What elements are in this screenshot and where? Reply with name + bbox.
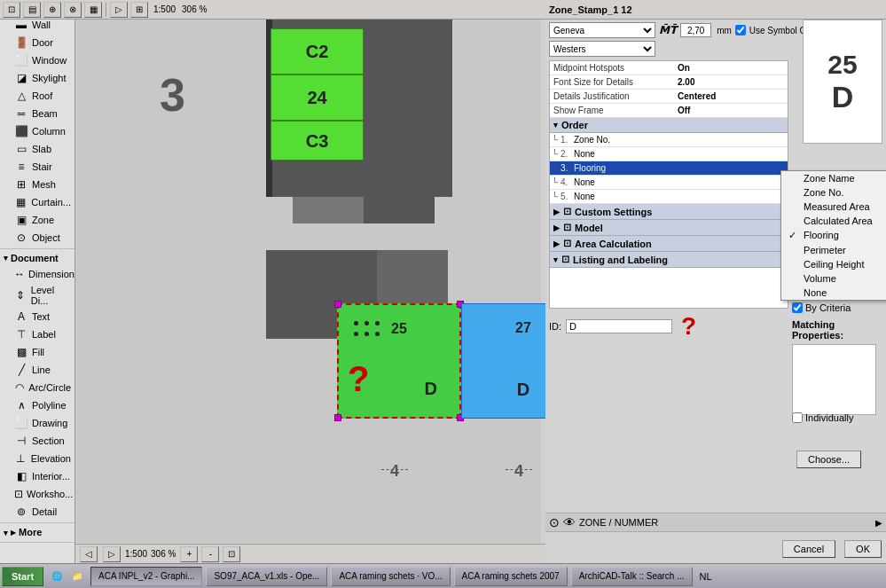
taskbar-item-0[interactable]: ACA INPL_v2 - Graphi... bbox=[90, 567, 202, 586]
individually-checkbox[interactable] bbox=[792, 412, 803, 423]
val-5: None bbox=[574, 192, 786, 201]
scale-nav-2[interactable]: ▷ bbox=[103, 546, 121, 562]
tb-btn-5[interactable]: ▦ bbox=[84, 2, 102, 18]
mesh-icon: ⊞ bbox=[14, 177, 28, 192]
id-input[interactable] bbox=[566, 319, 672, 333]
ctx-flooring[interactable]: ✓ Flooring bbox=[781, 228, 886, 243]
ctx-calculated-area[interactable]: Calculated Area bbox=[781, 214, 886, 228]
sidebar-item-detail[interactable]: ⊚ Detail bbox=[0, 503, 74, 521]
prop-justification-label: Details Justification bbox=[553, 90, 678, 102]
sidebar-item-mesh[interactable]: ⊞ Mesh bbox=[0, 176, 74, 193]
sidebar-item-stair[interactable]: ≡ Stair bbox=[0, 158, 74, 176]
ctx-measured-area[interactable]: Measured Area bbox=[781, 200, 886, 214]
sidebar-item-beam[interactable]: ═ Beam bbox=[0, 105, 74, 122]
handle-bl[interactable] bbox=[334, 414, 341, 421]
ctx-zone-name[interactable]: Zone Name bbox=[781, 171, 886, 185]
tb-btn-1[interactable]: ⊡ bbox=[3, 2, 20, 18]
sidebar-item-roof[interactable]: △ Roof bbox=[0, 87, 74, 105]
model-icon: ⊡ bbox=[563, 222, 571, 233]
tb-btn-6[interactable]: ▷ bbox=[110, 2, 128, 18]
fit-btn[interactable]: ⊡ bbox=[223, 546, 240, 562]
sidebar-item-window[interactable]: ⬜ Window bbox=[0, 51, 74, 69]
order-item-1: └ 1. Zone No. bbox=[550, 133, 788, 147]
start-button[interactable]: Start bbox=[2, 567, 43, 586]
level-dim-icon: ⇕ bbox=[14, 288, 27, 302]
sidebar-item-text[interactable]: A Text bbox=[0, 308, 74, 325]
font-dropdown[interactable]: Geneva bbox=[549, 22, 655, 38]
listing-header[interactable]: ▾ ⊡ Listing and Labeling bbox=[550, 252, 788, 268]
ctx-none[interactable]: None bbox=[781, 286, 886, 300]
choose-button[interactable]: Choose... bbox=[796, 451, 861, 468]
sidebar-item-worksho[interactable]: ⊡ Worksho... bbox=[0, 485, 74, 503]
sidebar-item-zone[interactable]: ▣ Zone bbox=[0, 211, 74, 229]
ctx-label-measured: Measured Area bbox=[804, 201, 870, 212]
area-calc-header[interactable]: ▶ ⊡ Area Calculation bbox=[550, 236, 788, 252]
text-icon: A bbox=[14, 310, 28, 324]
zone-25-container[interactable]: 25 ? D bbox=[337, 303, 461, 419]
sidebar-item-object[interactable]: ⊙ Object bbox=[0, 229, 74, 247]
order-item-3[interactable]: └ 3. Flooring bbox=[550, 161, 788, 176]
right-panel-titlebar: Zone_Stamp_1 12 bbox=[545, 0, 886, 20]
ctx-ceiling-height[interactable]: Ceiling Height bbox=[781, 257, 886, 271]
sidebar-item-label[interactable]: ⊤ Label bbox=[0, 325, 74, 343]
sidebar-item-slab[interactable]: ▭ Slab bbox=[0, 140, 74, 158]
taskbar-item-4[interactable]: ArchiCAD-Talk :: Search ... bbox=[571, 567, 693, 586]
prop-fontsize-value: 2.00 bbox=[678, 76, 784, 88]
sidebar-item-interior[interactable]: ◧ Interior... bbox=[0, 467, 74, 485]
tb-btn-3[interactable]: ⊕ bbox=[43, 2, 61, 18]
sidebar-header-more[interactable]: ▸ More bbox=[0, 525, 74, 540]
zone-c3: C3 bbox=[271, 121, 364, 161]
ctx-label-perimeter: Perimeter bbox=[804, 245, 846, 255]
cancel-button[interactable]: Cancel bbox=[782, 540, 835, 558]
main-toolbar: ⊡ ▤ ⊕ ⊗ ▦ ▷ ⊞ 1:500 306 % bbox=[0, 0, 545, 20]
sidebar-item-section[interactable]: ⊣ Section bbox=[0, 432, 74, 450]
sidebar-item-skylight[interactable]: ◪ Skylight bbox=[0, 69, 74, 87]
scale-nav-1[interactable]: ◁ bbox=[80, 546, 98, 562]
ctx-volume[interactable]: Volume bbox=[781, 271, 886, 286]
sidebar-item-elevation[interactable]: ⊥ Elevation bbox=[0, 450, 74, 467]
westers-row: Westers bbox=[549, 41, 655, 57]
sidebar-item-fill[interactable]: ▩ Fill bbox=[0, 343, 74, 361]
worksho-icon: ⊡ bbox=[14, 487, 23, 501]
zoom-out-btn[interactable]: - bbox=[201, 546, 219, 562]
use-symbol-colors-checkbox[interactable] bbox=[735, 25, 746, 35]
font-size-input[interactable] bbox=[680, 23, 711, 37]
taskbar-item-3[interactable]: ACA raming schets 2007 bbox=[454, 567, 568, 586]
sidebar-item-curtain[interactable]: ▦ Curtain... bbox=[0, 193, 74, 211]
sidebar-item-level-dim[interactable]: ⇕ Level Di... bbox=[0, 283, 74, 308]
tb-btn-2[interactable]: ▤ bbox=[23, 2, 41, 18]
dot-pattern bbox=[352, 318, 381, 340]
sidebar-item-door[interactable]: 🚪 Door bbox=[0, 34, 74, 51]
tb-btn-4[interactable]: ⊗ bbox=[64, 2, 82, 18]
taskbar-label-3: ACA raming schets 2007 bbox=[462, 571, 560, 581]
ctx-perimeter[interactable]: Perimeter bbox=[781, 243, 886, 257]
taskbar-item-2[interactable]: ACA raming schets · VO... bbox=[331, 567, 450, 586]
model-header[interactable]: ▶ ⊡ Model bbox=[550, 220, 788, 236]
sidebar-label-interior: Interior... bbox=[32, 471, 70, 482]
sidebar-label-line: Line bbox=[32, 365, 51, 375]
ok-button[interactable]: OK bbox=[844, 540, 882, 558]
interior-icon: ◧ bbox=[14, 469, 28, 483]
by-criteria-checkbox[interactable] bbox=[792, 302, 803, 313]
props-list[interactable]: Midpoint Hotspots On Font Size for Detai… bbox=[549, 60, 788, 309]
tb-btn-7[interactable]: ⊞ bbox=[130, 2, 148, 18]
sidebar-item-dimension[interactable]: ↔ Dimension bbox=[0, 265, 74, 283]
zoom-in-btn[interactable]: + bbox=[180, 546, 198, 562]
sidebar-label-roof: Roof bbox=[32, 90, 52, 101]
sidebar-item-column[interactable]: ⬛ Column bbox=[0, 122, 74, 140]
zone-25-D: D bbox=[425, 379, 437, 399]
ctx-zone-no[interactable]: Zone No. bbox=[781, 185, 886, 200]
sidebar-item-arc-circle[interactable]: ◠ Arc/Circle bbox=[0, 379, 74, 396]
prop-showframe-label: Show Frame bbox=[553, 105, 678, 116]
matching-props-box[interactable] bbox=[792, 344, 876, 415]
ctx-label-zone-name: Zone Name bbox=[804, 173, 854, 184]
custom-settings-header[interactable]: ▶ ⊡ Custom Settings bbox=[550, 204, 788, 220]
westers-dropdown[interactable]: Westers bbox=[549, 41, 655, 57]
fill-icon: ▩ bbox=[14, 345, 28, 359]
sidebar-item-line[interactable]: ╱ Line bbox=[0, 361, 74, 379]
sidebar-header-document[interactable]: Document bbox=[0, 251, 74, 265]
handle-tl[interactable] bbox=[334, 301, 341, 308]
sidebar-item-drawing[interactable]: ⬜ Drawing bbox=[0, 414, 74, 432]
taskbar-item-1[interactable]: SO97_ACA_v1.xls - Ope... bbox=[206, 567, 327, 586]
sidebar-item-polyline[interactable]: ∧ Polyline bbox=[0, 396, 74, 414]
